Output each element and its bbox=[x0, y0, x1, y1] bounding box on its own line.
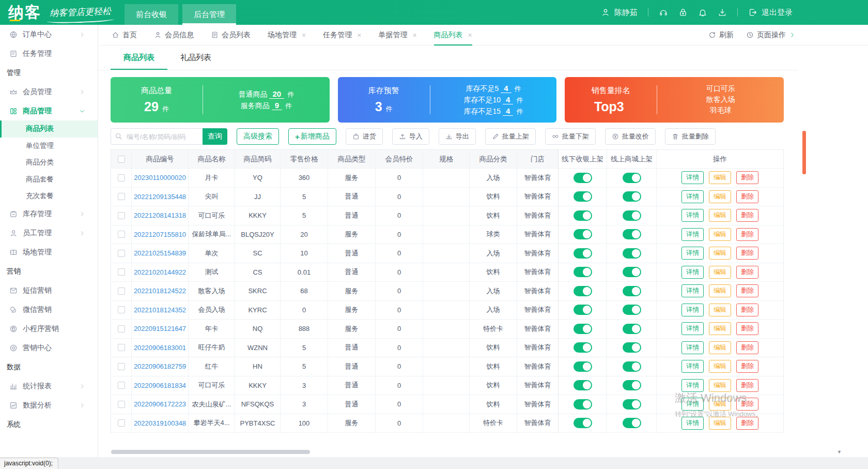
offline-shelf-toggle[interactable] bbox=[574, 286, 592, 296]
sidebar-item-12[interactable]: 场地管理 bbox=[0, 243, 98, 262]
page-tab-3[interactable]: 场地管理× bbox=[268, 25, 306, 46]
edit-button[interactable]: 编辑 bbox=[709, 341, 731, 354]
row-checkbox[interactable] bbox=[118, 174, 125, 181]
offline-shelf-toggle[interactable] bbox=[574, 248, 592, 259]
delete-button[interactable]: 删除 bbox=[736, 417, 758, 430]
detail-button[interactable]: 详情 bbox=[681, 322, 704, 335]
product-code-link[interactable]: 20220906183001 bbox=[132, 339, 189, 358]
offline-shelf-toggle[interactable] bbox=[574, 305, 592, 315]
close-icon[interactable]: × bbox=[357, 32, 361, 39]
detail-button[interactable]: 详情 bbox=[681, 284, 704, 297]
product-code-link[interactable]: 20220906181834 bbox=[132, 376, 189, 396]
offline-shelf-toggle[interactable] bbox=[574, 380, 592, 390]
delete-button[interactable]: 删除 bbox=[736, 266, 758, 279]
toolbar-button-4[interactable]: 批量下架 bbox=[545, 128, 596, 145]
edit-button[interactable]: 编辑 bbox=[709, 171, 731, 184]
delete-button[interactable]: 删除 bbox=[736, 304, 758, 316]
row-checkbox[interactable] bbox=[118, 363, 125, 370]
edit-button[interactable]: 编辑 bbox=[709, 284, 731, 297]
sidebar-item-11[interactable]: 员工管理 bbox=[0, 224, 98, 243]
delete-button[interactable]: 删除 bbox=[736, 190, 758, 203]
offline-shelf-toggle[interactable] bbox=[574, 229, 592, 239]
toolbar-button-2[interactable]: 导出 bbox=[439, 128, 476, 145]
nav-tab-backoffice[interactable]: 后台管理 bbox=[182, 4, 236, 25]
page-tab-6[interactable]: 商品列表× bbox=[434, 25, 472, 46]
lock-icon[interactable] bbox=[678, 8, 688, 17]
detail-button[interactable]: 详情 bbox=[681, 360, 704, 373]
sidebar-item-4[interactable]: 商品管理 bbox=[0, 101, 98, 120]
online-shelf-toggle[interactable] bbox=[623, 191, 641, 202]
online-shelf-toggle[interactable] bbox=[623, 173, 641, 183]
row-checkbox[interactable] bbox=[118, 250, 125, 257]
online-shelf-toggle[interactable] bbox=[623, 324, 641, 334]
offline-shelf-toggle[interactable] bbox=[574, 191, 592, 202]
online-shelf-toggle[interactable] bbox=[623, 342, 641, 353]
delete-button[interactable]: 删除 bbox=[736, 247, 758, 260]
product-code-link[interactable]: 20221018124522 bbox=[132, 282, 189, 301]
close-icon[interactable]: × bbox=[468, 32, 472, 39]
row-checkbox[interactable] bbox=[118, 268, 125, 276]
sidebar-item-15[interactable]: 微信营销 bbox=[0, 300, 98, 320]
sidebar-subitem-9[interactable]: 充次套餐 bbox=[0, 188, 98, 205]
product-code-link[interactable]: 20221025154839 bbox=[132, 244, 189, 263]
detail-button[interactable]: 详情 bbox=[681, 190, 704, 203]
online-shelf-toggle[interactable] bbox=[623, 361, 641, 372]
product-code-link[interactable]: 20220915121647 bbox=[132, 320, 189, 339]
online-shelf-toggle[interactable] bbox=[623, 210, 641, 221]
offline-shelf-toggle[interactable] bbox=[574, 399, 592, 410]
toolbar-button-5[interactable]: 批量改价 bbox=[605, 128, 656, 145]
product-code-link[interactable]: 20220906172223 bbox=[132, 395, 189, 414]
sidebar-item-20[interactable]: 数据分析 bbox=[0, 396, 98, 415]
scrollbar-down-arrow[interactable]: ▼ bbox=[837, 449, 842, 455]
online-shelf-toggle[interactable] bbox=[623, 286, 641, 296]
page-tab-5[interactable]: 单据管理× bbox=[378, 25, 416, 46]
product-code-link[interactable]: 20221020144922 bbox=[132, 263, 189, 282]
offline-shelf-toggle[interactable] bbox=[574, 418, 592, 428]
add-product-button[interactable]: +新增商品 bbox=[288, 128, 336, 145]
edit-button[interactable]: 编辑 bbox=[709, 209, 731, 222]
product-code-link[interactable]: 20221208141318 bbox=[132, 206, 189, 225]
online-shelf-toggle[interactable] bbox=[623, 229, 641, 239]
page-tab-4[interactable]: 任务管理× bbox=[323, 25, 361, 46]
page-tab-0[interactable]: 首页 bbox=[112, 25, 137, 46]
edit-button[interactable]: 编辑 bbox=[709, 417, 731, 430]
vertical-scrollbar-thumb[interactable] bbox=[802, 131, 806, 174]
offline-shelf-toggle[interactable] bbox=[574, 210, 592, 221]
edit-button[interactable]: 编辑 bbox=[709, 228, 731, 241]
page-tab-2[interactable]: 会员列表 bbox=[211, 25, 251, 46]
logout-button[interactable]: 退出登录 bbox=[748, 8, 793, 18]
offline-shelf-toggle[interactable] bbox=[574, 173, 592, 183]
refresh-button[interactable]: 刷新 bbox=[708, 31, 734, 40]
detail-button[interactable]: 详情 bbox=[681, 398, 704, 411]
delete-button[interactable]: 删除 bbox=[736, 341, 758, 354]
bell-icon[interactable] bbox=[698, 8, 707, 17]
edit-button[interactable]: 编辑 bbox=[709, 322, 731, 335]
offline-shelf-toggle[interactable] bbox=[574, 342, 592, 353]
sidebar-item-19[interactable]: 统计报表 bbox=[0, 377, 98, 396]
row-checkbox[interactable] bbox=[118, 212, 125, 219]
online-shelf-toggle[interactable] bbox=[623, 399, 641, 410]
row-checkbox[interactable] bbox=[118, 401, 125, 408]
sidebar-item-17[interactable]: 营销中心 bbox=[0, 339, 98, 358]
query-button[interactable]: 查询 bbox=[203, 128, 227, 145]
offline-shelf-toggle[interactable] bbox=[574, 267, 592, 277]
edit-button[interactable]: 编辑 bbox=[709, 190, 731, 203]
nav-tab-frontdesk[interactable]: 前台收银 bbox=[125, 4, 178, 25]
sidebar-subitem-7[interactable]: 商品分类 bbox=[0, 154, 98, 171]
toolbar-button-1[interactable]: 导入 bbox=[392, 128, 429, 145]
row-checkbox[interactable] bbox=[118, 288, 125, 295]
delete-button[interactable]: 删除 bbox=[736, 322, 758, 335]
edit-button[interactable]: 编辑 bbox=[709, 247, 731, 260]
online-shelf-toggle[interactable] bbox=[623, 418, 641, 428]
detail-button[interactable]: 详情 bbox=[681, 247, 704, 260]
sidebar-subitem-8[interactable]: 商品套餐 bbox=[0, 171, 98, 188]
offline-shelf-toggle[interactable] bbox=[574, 361, 592, 372]
edit-button[interactable]: 编辑 bbox=[709, 360, 731, 373]
sidebar-item-3[interactable]: 会员管理 bbox=[0, 82, 98, 101]
product-code-link[interactable]: 20221207155810 bbox=[132, 225, 189, 245]
advanced-search-button[interactable]: 高级搜索 bbox=[237, 128, 279, 145]
delete-button[interactable]: 删除 bbox=[736, 228, 758, 241]
sidebar-item-0[interactable]: 订单中心 bbox=[0, 25, 98, 44]
row-checkbox[interactable] bbox=[118, 231, 125, 238]
content-tab-1[interactable]: 礼品列表 bbox=[167, 46, 224, 70]
